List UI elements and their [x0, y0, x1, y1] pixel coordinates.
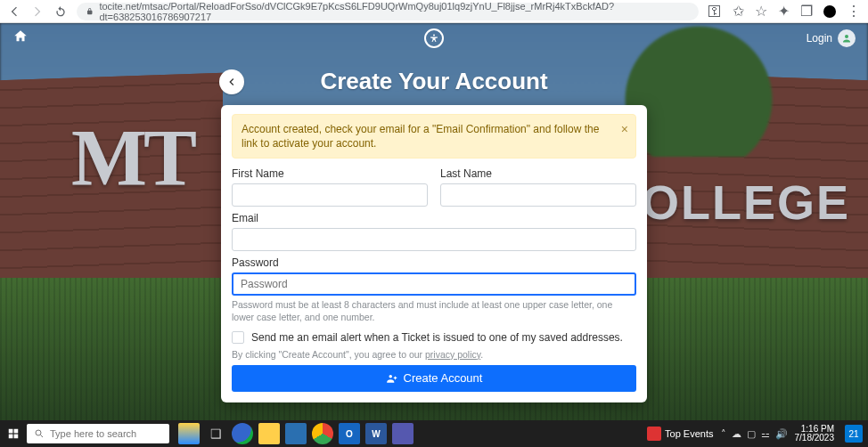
news-icon [647, 427, 661, 441]
app-cortana[interactable] [178, 423, 200, 444]
site-top-bar: Login [0, 23, 868, 53]
first-name-label: First Name [232, 167, 428, 180]
browser-actions: ⚿ ✩ ☆ ✦ ❐ ⋮ [708, 3, 861, 20]
alert-checkbox[interactable] [232, 331, 244, 344]
first-name-input[interactable] [232, 183, 428, 207]
window-icon[interactable]: ❐ [800, 3, 813, 20]
create-account-label: Create Account [404, 371, 483, 385]
start-button[interactable] [0, 420, 27, 447]
last-name-label: Last Name [440, 167, 636, 180]
privacy-policy-link[interactable]: privacy policy [425, 349, 480, 360]
reload-icon[interactable] [53, 4, 68, 19]
share-icon[interactable]: ✩ [733, 3, 744, 20]
address-bar[interactable]: tocite.net/mtsac/Portal/ReloadForSso/dVC… [77, 3, 699, 20]
password-input[interactable] [232, 272, 636, 296]
email-label: Email [232, 212, 636, 224]
app-teams[interactable] [392, 423, 414, 444]
volume-icon[interactable]: 🔊 [775, 428, 788, 440]
alert-checkbox-row[interactable]: Send me an email alert when a Ticket is … [232, 331, 636, 344]
accessibility-icon[interactable] [424, 28, 444, 48]
login-link[interactable]: Login [807, 29, 856, 47]
svg-rect-6 [14, 435, 19, 439]
app-edge[interactable] [232, 423, 253, 444]
agree-suffix: . [480, 349, 483, 360]
browser-toolbar: tocite.net/mtsac/Portal/ReloadForSso/dVC… [0, 0, 868, 23]
svg-rect-4 [14, 429, 19, 434]
agree-prefix: By clicking "Create Account", you agree … [232, 349, 425, 360]
back-button[interactable] [219, 69, 244, 94]
password-label: Password [232, 256, 636, 269]
battery-icon[interactable]: ▢ [747, 428, 756, 440]
home-icon[interactable] [12, 28, 29, 48]
app-word[interactable]: W [365, 423, 387, 444]
lock-icon [86, 7, 94, 16]
svg-point-7 [36, 430, 41, 435]
wifi-icon[interactable]: ⚍ [761, 428, 770, 440]
alert-text: Account created, check your email for a … [242, 123, 599, 150]
create-account-button[interactable]: Create Account [232, 365, 636, 392]
password-hint: Password must be at least 8 characters a… [232, 299, 636, 323]
last-name-input[interactable] [440, 183, 636, 207]
notifications-badge[interactable]: 21 [845, 425, 863, 443]
clock-date: 7/18/2023 [795, 434, 835, 443]
email-input[interactable] [232, 228, 636, 251]
page-title: Create Your Account [320, 68, 547, 95]
signup-card: Account created, check your email for a … [221, 105, 647, 402]
app-explorer[interactable] [258, 423, 280, 444]
chevron-up-icon[interactable]: ˄ [721, 428, 726, 440]
svg-rect-3 [9, 429, 13, 434]
svg-point-1 [845, 35, 848, 38]
taskbar-pinned-apps: ❑ O W [175, 423, 414, 444]
user-icon [838, 29, 856, 47]
news-label: Top Events [665, 428, 713, 439]
system-tray[interactable]: ˄ ☁ ▢ ⚍ 🔊 [721, 428, 788, 440]
notifications-count: 21 [848, 429, 858, 439]
success-alert: Account created, check your email for a … [232, 114, 636, 158]
taskbar-search-placeholder: Type here to search [50, 428, 136, 439]
svg-line-8 [41, 435, 44, 438]
agree-text: By clicking "Create Account", you agree … [232, 349, 636, 360]
extensions-icon[interactable]: ✦ [778, 3, 790, 20]
onedrive-icon[interactable]: ☁ [732, 428, 741, 440]
alert-close-button[interactable]: × [621, 122, 628, 136]
search-icon [34, 428, 45, 439]
svg-point-0 [433, 35, 435, 37]
kebab-menu-icon[interactable]: ⋮ [847, 3, 861, 20]
url-text: tocite.net/mtsac/Portal/ReloadForSso/dVC… [99, 1, 690, 22]
page-heading-row: Create Your Account [0, 68, 868, 95]
user-plus-icon [386, 372, 398, 385]
login-label: Login [807, 32, 832, 45]
taskbar-search[interactable]: Type here to search [27, 424, 169, 443]
forward-icon[interactable] [30, 4, 45, 19]
back-icon[interactable] [7, 4, 21, 19]
app-taskview[interactable]: ❑ [205, 423, 226, 444]
key-icon[interactable]: ⚿ [708, 4, 722, 20]
news-widget[interactable]: Top Events [647, 427, 713, 441]
profile-avatar[interactable] [823, 5, 836, 18]
bookmark-icon[interactable]: ☆ [755, 3, 767, 20]
page-content: MT O COLLEGE Login Create Your Account A… [0, 23, 868, 420]
app-chrome[interactable] [312, 423, 333, 444]
alert-checkbox-label: Send me an email alert when a Ticket is … [251, 331, 623, 344]
svg-point-2 [389, 375, 392, 378]
windows-taskbar: Type here to search ❑ O W Top Events ˄ ☁… [0, 420, 868, 447]
taskbar-clock[interactable]: 1:16 PM 7/18/2023 [795, 425, 839, 443]
app-store[interactable] [285, 423, 307, 444]
app-outlook[interactable]: O [339, 423, 360, 444]
svg-rect-5 [9, 435, 13, 439]
